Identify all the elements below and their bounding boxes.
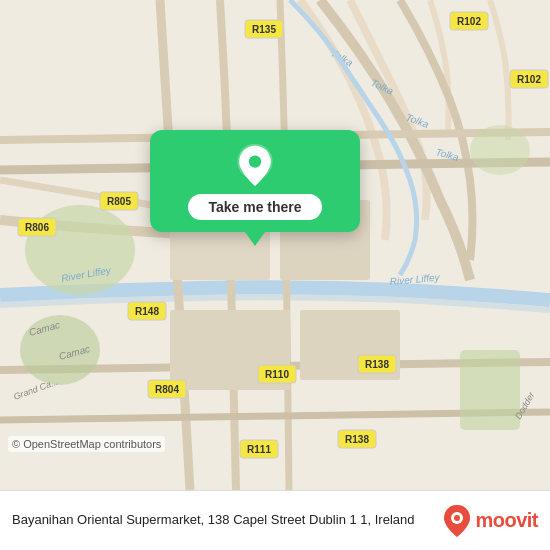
location-pin-icon [233, 144, 277, 188]
address-text: Bayanihan Oriental Supermarket, 138 Cape… [12, 512, 433, 529]
svg-point-45 [249, 155, 261, 167]
attribution-text: © OpenStreetMap contributors [8, 436, 165, 452]
svg-text:R102: R102 [517, 74, 541, 85]
moovit-logo: moovit [443, 504, 538, 538]
take-me-there-button[interactable]: Take me there [188, 194, 321, 220]
svg-text:R805: R805 [107, 196, 131, 207]
moovit-pin-icon [443, 504, 471, 538]
svg-text:R135: R135 [252, 24, 276, 35]
svg-text:R138: R138 [365, 359, 389, 370]
svg-text:R148: R148 [135, 306, 159, 317]
moovit-brand-text: moovit [475, 509, 538, 532]
map-container: R805 R806 R805 R135 R102 R102 R148 R804 … [0, 0, 550, 490]
svg-text:R110: R110 [265, 369, 289, 380]
svg-text:R806: R806 [25, 222, 49, 233]
svg-point-4 [470, 125, 530, 175]
svg-point-47 [454, 515, 460, 521]
callout-popup[interactable]: Take me there [150, 130, 360, 232]
svg-text:R804: R804 [155, 384, 179, 395]
svg-text:R102: R102 [457, 16, 481, 27]
svg-rect-3 [460, 350, 520, 430]
footer: Bayanihan Oriental Supermarket, 138 Cape… [0, 490, 550, 550]
svg-text:R138: R138 [345, 434, 369, 445]
svg-text:R111: R111 [247, 444, 271, 455]
